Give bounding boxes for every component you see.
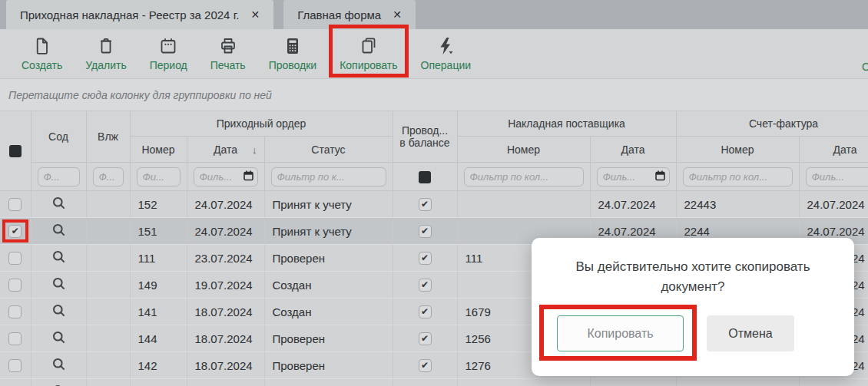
period-button[interactable]: Период xyxy=(150,29,187,78)
print-button[interactable]: Печать xyxy=(210,29,246,78)
postings-label: Проводки xyxy=(269,59,317,71)
copy-button[interactable]: Копировать xyxy=(340,29,397,78)
delete-button[interactable]: Удалить xyxy=(85,29,126,78)
filter-supplier-date-input[interactable] xyxy=(597,167,670,186)
row-open-cell[interactable] xyxy=(31,379,86,386)
col-header-status[interactable]: Статус xyxy=(264,137,393,163)
row-checkbox[interactable] xyxy=(8,252,22,265)
posted-checkbox[interactable] xyxy=(419,252,432,265)
select-all-cell[interactable] xyxy=(0,111,31,191)
cell-order-num xyxy=(130,379,187,386)
cell-order-num: 149 xyxy=(130,272,187,299)
filter-posted-checkbox[interactable] xyxy=(419,171,431,183)
dialog-message: Вы действительно хотите скопировать доку… xyxy=(566,257,820,297)
row-checkbox[interactable] xyxy=(8,332,22,345)
row-checkbox[interactable] xyxy=(8,225,22,238)
dialog-cancel-button[interactable]: Отмена xyxy=(707,315,794,351)
col-header-order-num[interactable]: Номер xyxy=(130,137,187,163)
dialog-copy-button[interactable]: Копировать xyxy=(557,315,684,351)
row-open-cell[interactable] xyxy=(31,299,86,325)
row-open-cell[interactable] xyxy=(31,325,86,352)
row-checkbox[interactable] xyxy=(8,359,22,372)
row-select-cell[interactable] xyxy=(0,191,31,218)
close-icon[interactable]: ✕ xyxy=(250,9,260,20)
cell-order-date: 19.07.2024 xyxy=(187,272,264,299)
select-all-checkbox[interactable] xyxy=(9,145,22,157)
col-header-vlzh[interactable]: Влж xyxy=(86,111,130,163)
cell-posted[interactable] xyxy=(393,272,457,299)
filter-status-input[interactable] xyxy=(271,167,386,186)
create-button[interactable]: Создать xyxy=(22,29,62,78)
close-icon[interactable]: ✕ xyxy=(393,9,402,20)
cell-posted[interactable] xyxy=(393,299,457,325)
cell-posted[interactable] xyxy=(393,245,457,272)
posted-checkbox[interactable] xyxy=(419,279,432,292)
postings-button[interactable]: Проводки xyxy=(269,29,317,78)
cell-supplier-num xyxy=(457,379,590,386)
cell-status: Проверен xyxy=(264,325,393,352)
filter-supplier-num-input[interactable] xyxy=(464,167,584,186)
posted-checkbox[interactable] xyxy=(419,332,432,345)
col-header-supplier-date[interactable]: Дата xyxy=(590,137,676,163)
row-select-cell[interactable] xyxy=(0,379,31,386)
cell-vlzh xyxy=(86,218,130,245)
filter-invoice-num-input[interactable] xyxy=(683,167,793,186)
cell-invoice-num: 22443 xyxy=(676,191,799,218)
tab-main-form[interactable]: Главная форма ✕ xyxy=(283,0,416,29)
cell-vlzh xyxy=(86,379,130,386)
row-open-cell[interactable] xyxy=(31,272,86,299)
row-checkbox[interactable] xyxy=(8,279,22,292)
row-select-cell[interactable] xyxy=(0,299,31,325)
tab-incoming-invoice-register[interactable]: Приходная накладная - Реестр за 2024 г. … xyxy=(6,0,273,29)
cell-vlzh xyxy=(86,325,130,352)
posted-checkbox[interactable] xyxy=(419,305,432,318)
row-select-cell[interactable] xyxy=(0,218,31,245)
filter-sod-input[interactable] xyxy=(38,167,80,186)
cell-posted[interactable] xyxy=(393,379,457,386)
cell-status: Проверен xyxy=(264,245,393,272)
cell-posted[interactable] xyxy=(393,191,457,218)
toolbar-truncated-button[interactable]: О xyxy=(862,61,868,73)
col-header-supplier-num[interactable]: Номер xyxy=(457,137,590,163)
cell-supplier-date: 24.07.2024 xyxy=(590,191,676,218)
row-select-cell[interactable] xyxy=(0,352,31,379)
row-select-cell[interactable] xyxy=(0,272,31,299)
posted-checkbox[interactable] xyxy=(419,225,432,238)
table-row[interactable]: 15224.07.2024Принят к учету24.07.2024224… xyxy=(0,191,868,218)
cell-posted[interactable] xyxy=(393,352,457,379)
col-header-invoice-date[interactable]: Дата xyxy=(799,137,868,163)
row-open-cell[interactable] xyxy=(31,218,86,245)
filter-vlzh-input[interactable] xyxy=(93,167,124,186)
posted-checkbox[interactable] xyxy=(419,359,432,372)
cell-posted[interactable] xyxy=(393,218,457,245)
row-open-cell[interactable] xyxy=(31,191,86,218)
cell-order-num: 111 xyxy=(130,245,187,272)
copy-icon xyxy=(359,36,379,56)
row-open-cell[interactable] xyxy=(31,245,86,272)
cell-order-date xyxy=(187,379,264,386)
tab-label: Приходная накладная - Реестр за 2024 г. xyxy=(20,8,239,21)
col-header-invoice-num[interactable]: Номер xyxy=(676,137,799,163)
row-select-cell[interactable] xyxy=(0,325,31,352)
row-select-cell[interactable] xyxy=(0,245,31,272)
cell-vlzh xyxy=(86,245,130,272)
filter-order-num-input[interactable] xyxy=(137,167,181,186)
group-header-invoice: Счет-фактура xyxy=(676,111,868,137)
table-row[interactable] xyxy=(0,379,868,386)
tab-bar: Приходная накладная - Реестр за 2024 г. … xyxy=(0,0,868,29)
col-header-order-date[interactable]: Дата↓ xyxy=(187,137,264,163)
posted-checkbox[interactable] xyxy=(419,198,432,211)
row-checkbox[interactable] xyxy=(8,198,22,211)
col-header-posted-in-balance[interactable]: Провод... в балансе xyxy=(393,111,457,163)
operations-button[interactable]: Операции xyxy=(421,29,472,78)
cell-posted[interactable] xyxy=(393,325,457,352)
row-checkbox[interactable] xyxy=(8,305,22,318)
row-open-cell[interactable] xyxy=(31,352,86,379)
filter-order-date-input[interactable] xyxy=(194,167,258,186)
cell-order-date: 24.07.2024 xyxy=(187,218,264,245)
filter-invoice-date-input[interactable] xyxy=(806,167,868,186)
col-header-sod[interactable]: Сод xyxy=(31,111,86,163)
magnifier-icon xyxy=(51,280,66,293)
group-by-dropzone[interactable]: Перетащите сюда колонку для группировки … xyxy=(0,79,868,111)
cell-order-num: 151 xyxy=(130,218,187,245)
